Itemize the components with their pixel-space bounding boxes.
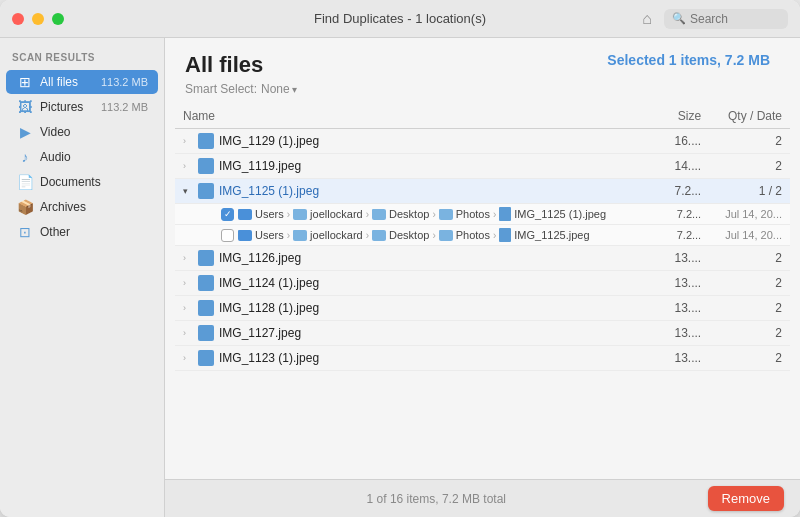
file-name: IMG_1126.jpeg <box>219 251 301 265</box>
file-qty: 2 <box>709 296 790 321</box>
col-qty: Qty / Date <box>709 104 790 129</box>
footer: 1 of 16 items, 7.2 MB total Remove <box>165 479 800 517</box>
app-window: Find Duplicates - 1 location(s) ⌂ 🔍 Scan… <box>0 0 800 517</box>
file-qty: 2 <box>709 346 790 371</box>
other-icon: ⊡ <box>16 224 34 240</box>
row-checkbox[interactable] <box>221 208 234 221</box>
table-container: Name Size Qty / Date › IMG_1129 (1).jpeg… <box>165 104 800 479</box>
minimize-button[interactable] <box>32 13 44 25</box>
row-chevron[interactable]: › <box>183 136 193 146</box>
folder-icon <box>238 209 252 220</box>
folder-icon <box>293 209 307 220</box>
file-name: IMG_1124 (1).jpeg <box>219 276 319 290</box>
folder-icon <box>439 230 453 241</box>
folder-icon <box>238 230 252 241</box>
table-row[interactable]: ▾ IMG_1125 (1).jpeg 7.2... 1 / 2 <box>175 179 790 204</box>
close-button[interactable] <box>12 13 24 25</box>
titlebar-right: ⌂ 🔍 <box>642 9 788 29</box>
file-size: 13.... <box>662 271 709 296</box>
file-name: IMG_1119.jpeg <box>219 159 301 173</box>
table-row[interactable]: › IMG_1129 (1).jpeg 16.... 2 <box>175 129 790 154</box>
file-name: IMG_1125 (1).jpeg <box>219 184 319 198</box>
table-row[interactable]: › IMG_1119.jpeg 14.... 2 <box>175 154 790 179</box>
folder-icon <box>372 230 386 241</box>
sidebar: Scan results ⊞ All files 113.2 MB 🖼 Pict… <box>0 38 165 517</box>
search-icon: 🔍 <box>672 12 686 25</box>
sidebar-item-archives[interactable]: 📦 Archives <box>6 195 158 219</box>
sidebar-label-pictures: Pictures <box>40 100 95 114</box>
sidebar-item-all-files[interactable]: ⊞ All files 113.2 MB <box>6 70 158 94</box>
sidebar-item-pictures[interactable]: 🖼 Pictures 113.2 MB <box>6 95 158 119</box>
sidebar-item-audio[interactable]: ♪ Audio <box>6 145 158 169</box>
window-title: Find Duplicates - 1 location(s) <box>314 11 486 26</box>
sub-date: Jul 14, 20... <box>709 204 790 225</box>
files-table: Name Size Qty / Date › IMG_1129 (1).jpeg… <box>175 104 790 371</box>
footer-info: 1 of 16 items, 7.2 MB total <box>367 492 506 506</box>
file-name: IMG_1129 (1).jpeg <box>219 134 319 148</box>
remove-button[interactable]: Remove <box>708 486 784 511</box>
row-chevron[interactable]: › <box>183 328 193 338</box>
row-chevron[interactable]: › <box>183 278 193 288</box>
file-path-icon <box>499 228 511 242</box>
sidebar-label-video: Video <box>40 125 148 139</box>
file-size: 13.... <box>662 346 709 371</box>
sidebar-size-all-files: 113.2 MB <box>101 76 148 88</box>
file-qty: 2 <box>709 246 790 271</box>
file-icon <box>198 158 214 174</box>
file-path-icon <box>499 207 511 221</box>
sub-size: 7.2... <box>662 225 709 246</box>
search-box[interactable]: 🔍 <box>664 9 788 29</box>
file-size: 7.2... <box>662 179 709 204</box>
path-separator: › <box>366 230 369 241</box>
path-segment: Photos <box>456 229 490 241</box>
content-area: All files Selected 1 items, 7.2 MB Smart… <box>165 38 800 517</box>
row-chevron[interactable]: › <box>183 303 193 313</box>
smart-select-label: Smart Select: <box>185 82 257 96</box>
search-input[interactable] <box>690 12 780 26</box>
file-icon <box>198 325 214 341</box>
titlebar: Find Duplicates - 1 location(s) ⌂ 🔍 <box>0 0 800 38</box>
table-row[interactable]: › IMG_1124 (1).jpeg 13.... 2 <box>175 271 790 296</box>
row-checkbox[interactable] <box>221 229 234 242</box>
sidebar-label-documents: Documents <box>40 175 148 189</box>
file-name: IMG_1128 (1).jpeg <box>219 301 319 315</box>
table-row[interactable]: › IMG_1126.jpeg 13.... 2 <box>175 246 790 271</box>
content-title: All files <box>185 52 263 78</box>
folder-icon <box>372 209 386 220</box>
table-row[interactable]: › IMG_1128 (1).jpeg 13.... 2 <box>175 296 790 321</box>
sidebar-label-all-files: All files <box>40 75 95 89</box>
row-chevron[interactable]: › <box>183 253 193 263</box>
sub-row: Users›joellockard›Desktop›Photos›IMG_112… <box>175 225 790 246</box>
path-separator: › <box>287 230 290 241</box>
file-icon <box>198 183 214 199</box>
sidebar-item-video[interactable]: ▶ Video <box>6 120 158 144</box>
path-separator: › <box>432 230 435 241</box>
video-icon: ▶ <box>16 124 34 140</box>
table-row[interactable]: › IMG_1123 (1).jpeg 13.... 2 <box>175 346 790 371</box>
col-size: Size <box>662 104 709 129</box>
file-icon <box>198 133 214 149</box>
documents-icon: 📄 <box>16 174 34 190</box>
all-files-icon: ⊞ <box>16 74 34 90</box>
pictures-icon: 🖼 <box>16 99 34 115</box>
file-name: IMG_1123 (1).jpeg <box>219 351 319 365</box>
path-separator: › <box>432 209 435 220</box>
path-segment: joellockard <box>310 208 363 220</box>
row-chevron[interactable]: › <box>183 353 193 363</box>
archives-icon: 📦 <box>16 199 34 215</box>
maximize-button[interactable] <box>52 13 64 25</box>
row-chevron[interactable]: › <box>183 161 193 171</box>
path-segment: Desktop <box>389 229 429 241</box>
sidebar-item-documents[interactable]: 📄 Documents <box>6 170 158 194</box>
table-row[interactable]: › IMG_1127.jpeg 13.... 2 <box>175 321 790 346</box>
smart-select-dropdown[interactable]: None ▾ <box>261 82 297 96</box>
path-file: IMG_1125.jpeg <box>514 229 589 241</box>
sidebar-item-other[interactable]: ⊡ Other <box>6 220 158 244</box>
col-name: Name <box>175 104 662 129</box>
path-segment: Users <box>255 208 284 220</box>
row-chevron[interactable]: ▾ <box>183 186 193 196</box>
sidebar-size-pictures: 113.2 MB <box>101 101 148 113</box>
home-icon[interactable]: ⌂ <box>642 10 652 28</box>
file-icon <box>198 275 214 291</box>
path-row: Users›joellockard›Desktop›Photos›IMG_112… <box>238 228 590 242</box>
